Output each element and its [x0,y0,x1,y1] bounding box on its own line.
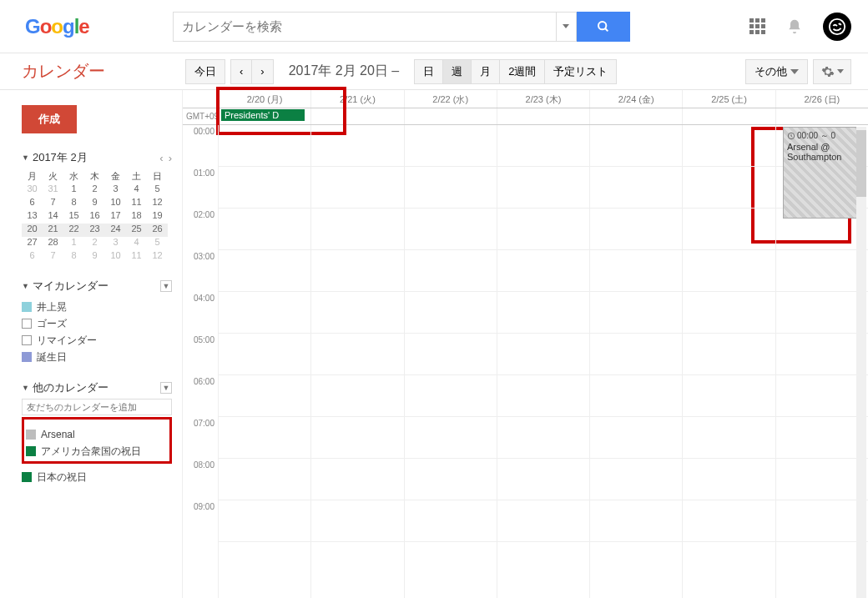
day-columns[interactable]: 00:00 ～ 0 Arsenal @ Southampton [218,125,868,598]
view-month[interactable]: 月 [472,59,500,84]
mini-day[interactable]: 10 [105,197,126,210]
mini-day[interactable]: 9 [84,197,105,210]
mini-day[interactable]: 7 [43,250,63,264]
collapse-icon[interactable]: ▼ [22,384,29,392]
calendar-checkbox[interactable] [26,430,36,440]
mini-day[interactable]: 6 [22,197,43,210]
mini-day[interactable]: 27 [22,237,43,250]
day-header[interactable]: 2/26 (日) [775,90,868,108]
calendar-checkbox[interactable] [22,319,32,329]
mini-day[interactable]: 12 [147,250,168,264]
prev-button[interactable]: ‹ [230,59,252,84]
mini-day[interactable]: 7 [43,197,63,210]
day-header[interactable]: 2/24 (金) [589,90,682,108]
calendar-item[interactable]: リマインダー [22,332,172,349]
holiday-event[interactable]: Presidents' D [221,109,305,121]
mini-day[interactable]: 26 [147,224,168,237]
search-button[interactable] [577,12,630,42]
mini-day[interactable]: 14 [43,210,63,224]
calendar-item[interactable]: Arsenal [26,426,168,443]
mini-day[interactable]: 2 [84,183,105,197]
other-calendars-menu[interactable]: ▼ [160,382,172,394]
next-button[interactable]: › [252,59,273,84]
mini-prev[interactable]: ‹ [159,152,163,164]
view-day[interactable]: 日 [414,59,443,84]
mini-day[interactable]: 28 [43,237,63,250]
mini-day[interactable]: 3 [105,237,126,250]
calendar-checkbox[interactable] [22,472,32,482]
mini-day[interactable]: 9 [84,250,105,264]
mini-day[interactable]: 11 [126,197,147,210]
mini-day[interactable]: 20 [22,224,43,237]
grid-column[interactable] [310,125,403,598]
grid-column[interactable] [497,125,589,598]
search-dropdown[interactable] [557,12,577,42]
mini-day[interactable]: 1 [63,237,84,250]
my-calendars-menu[interactable]: ▼ [160,280,172,292]
mini-day[interactable]: 18 [126,210,147,224]
view-week[interactable]: 週 [443,59,472,84]
allday-cell[interactable] [775,108,868,124]
mini-day[interactable]: 31 [43,183,63,197]
avatar[interactable] [823,13,851,41]
calendar-checkbox[interactable] [22,302,32,312]
notifications-icon[interactable] [786,18,803,35]
mini-day[interactable]: 3 [105,183,126,197]
mini-day[interactable]: 5 [147,183,168,197]
grid-column[interactable] [589,125,682,598]
create-button[interactable]: 作成 [22,105,77,133]
mini-day[interactable]: 12 [147,197,168,210]
calendar-item[interactable]: ゴーズ [22,315,172,332]
mini-day[interactable]: 17 [105,210,126,224]
search-input[interactable] [173,12,557,42]
calendar-item[interactable]: 日本の祝日 [22,469,172,485]
mini-day[interactable]: 25 [126,224,147,237]
grid-column[interactable] [218,125,310,598]
mini-day[interactable]: 4 [126,237,147,250]
day-header[interactable]: 2/20 (月) [218,90,310,108]
calendar-checkbox[interactable] [22,352,32,362]
calendar-checkbox[interactable] [22,335,32,345]
mini-day[interactable]: 2 [84,237,105,250]
collapse-icon[interactable]: ▼ [22,282,29,290]
day-header[interactable]: 2/23 (木) [497,90,589,108]
allday-cell[interactable] [589,108,682,124]
calendar-item[interactable]: アメリカ合衆国の祝日 [26,443,168,460]
mini-day[interactable]: 21 [43,224,63,237]
view-agenda[interactable]: 予定リスト [545,59,617,84]
allday-cell[interactable] [682,108,775,124]
scrollbar[interactable] [856,127,866,598]
day-header[interactable]: 2/21 (火) [310,90,403,108]
allday-cell[interactable] [404,108,497,124]
calendar-checkbox[interactable] [26,446,36,456]
other-menu[interactable]: その他 [745,59,808,84]
mini-day[interactable]: 30 [22,183,43,197]
mini-day[interactable]: 15 [63,210,84,224]
mini-day[interactable]: 23 [84,224,105,237]
calendar-item[interactable]: 誕生日 [22,349,172,365]
mini-day[interactable]: 5 [147,237,168,250]
mini-next[interactable]: › [169,152,172,164]
google-logo[interactable]: Google [25,15,89,38]
collapse-icon[interactable]: ▼ [22,153,29,162]
settings-button[interactable] [813,59,851,84]
calendar-item[interactable]: 井上晃 [22,299,172,315]
grid-column[interactable] [404,125,497,598]
apps-icon[interactable] [749,18,766,35]
event-arsenal[interactable]: 00:00 ～ 0 Arsenal @ Southampton [783,127,866,219]
mini-day[interactable]: 10 [105,250,126,264]
view-two-weeks[interactable]: 2週間 [500,59,545,84]
day-header[interactable]: 2/22 (水) [404,90,497,108]
mini-day[interactable]: 16 [84,210,105,224]
allday-cell[interactable] [497,108,589,124]
grid-column[interactable] [682,125,775,598]
add-friend-calendar-input[interactable] [22,399,172,415]
mini-day[interactable]: 24 [105,224,126,237]
mini-day[interactable]: 8 [63,250,84,264]
allday-cell[interactable] [310,108,403,124]
mini-day[interactable]: 19 [147,210,168,224]
mini-day[interactable]: 11 [126,250,147,264]
mini-day[interactable]: 22 [63,224,84,237]
day-header[interactable]: 2/25 (土) [682,90,775,108]
mini-day[interactable]: 1 [63,183,84,197]
